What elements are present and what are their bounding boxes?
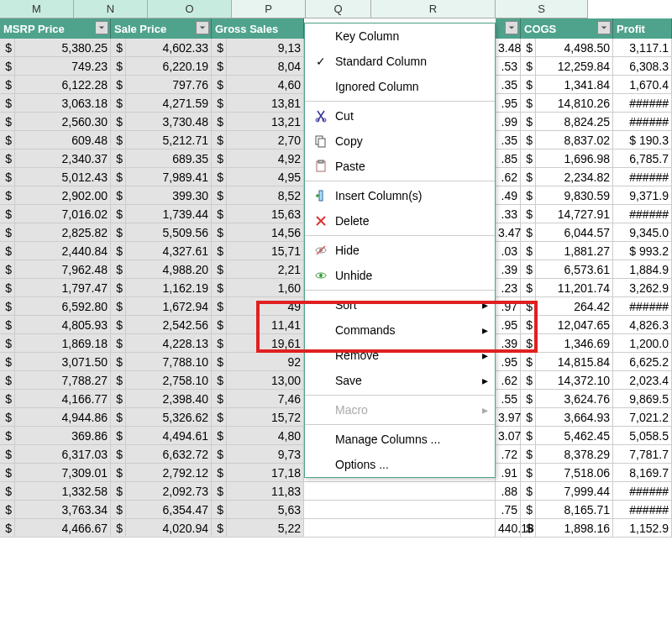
table-cell[interactable]: ###### <box>613 501 672 518</box>
table-cell[interactable]: 4,466.67 <box>15 519 111 537</box>
menu-hide[interactable]: Hide <box>305 238 495 263</box>
menu-delete[interactable]: Delete <box>305 208 495 233</box>
table-cell[interactable]: $ <box>212 519 227 537</box>
menu-unhide[interactable]: Unhide <box>305 263 495 288</box>
table-cell[interactable]: $ 190.3 <box>613 131 672 149</box>
header-gross[interactable]: Gross Sales <box>212 18 304 39</box>
table-cell[interactable]: 2,792.12 <box>126 464 212 481</box>
table-cell[interactable]: $ <box>212 260 227 278</box>
table-cell[interactable]: 4,95 <box>227 168 304 186</box>
table-cell[interactable]: 7,309.01 <box>15 464 111 481</box>
table-cell[interactable]: $ <box>212 353 227 370</box>
table-cell[interactable]: .53 <box>496 57 521 75</box>
table-cell[interactable]: $ <box>521 390 536 407</box>
filter-button[interactable] <box>505 21 518 34</box>
table-cell[interactable]: $ <box>0 464 15 481</box>
table-cell[interactable]: $ <box>212 57 227 75</box>
menu-remove[interactable]: Remove ▸ <box>305 343 495 368</box>
table-cell[interactable]: $ <box>521 482 536 500</box>
table-cell[interactable]: 14,56 <box>227 223 304 241</box>
table-cell[interactable]: $ <box>0 501 15 518</box>
table-cell[interactable]: $ <box>0 427 15 444</box>
menu-cut[interactable]: Cut <box>305 103 495 129</box>
col-letter-o[interactable]: O <box>148 0 232 18</box>
table-cell[interactable]: $ <box>0 186 15 204</box>
filter-button[interactable] <box>95 21 108 34</box>
table-cell[interactable]: .35 <box>496 76 521 93</box>
table-cell[interactable]: 9,73 <box>227 445 304 463</box>
table-cell[interactable]: 2,398.40 <box>126 390 212 407</box>
table-cell[interactable]: $ <box>111 519 126 537</box>
table-cell[interactable]: 5,012.43 <box>15 168 111 186</box>
table-cell[interactable]: 399.30 <box>126 186 212 204</box>
table-cell[interactable]: 2,340.37 <box>15 150 111 167</box>
table-cell[interactable]: $ <box>212 131 227 149</box>
table-cell[interactable]: 14,727.91 <box>536 205 613 223</box>
menu-key-column[interactable]: Key Column <box>305 24 495 49</box>
table-cell[interactable]: $ <box>111 242 126 260</box>
table-cell[interactable]: 3,117.1 <box>613 39 672 56</box>
table-cell[interactable]: 7,962.48 <box>15 260 111 278</box>
table-cell[interactable]: 2,234.82 <box>536 168 613 186</box>
table-cell[interactable]: 4,020.94 <box>126 519 212 537</box>
col-letter-r[interactable]: R <box>371 0 496 18</box>
table-cell[interactable]: 1,670.4 <box>613 76 672 93</box>
table-cell[interactable]: 4,805.93 <box>15 316 111 333</box>
table-cell[interactable]: $ <box>212 39 227 56</box>
table-cell[interactable]: $ <box>212 186 227 204</box>
menu-insert-column[interactable]: Insert Column(s) <box>305 183 495 208</box>
table-cell[interactable]: 1,152.9 <box>613 519 672 537</box>
table-cell[interactable]: 1,869.18 <box>15 334 111 352</box>
table-cell[interactable]: $ <box>212 223 227 241</box>
table-cell[interactable]: $ <box>111 57 126 75</box>
table-cell[interactable]: 1,797.47 <box>15 279 111 296</box>
table-cell[interactable]: .39 <box>496 334 521 352</box>
table-cell[interactable]: 1,346.69 <box>536 334 613 352</box>
table-cell[interactable]: 5,212.71 <box>126 131 212 149</box>
table-cell[interactable]: 2,70 <box>227 131 304 149</box>
table-cell[interactable]: 1,60 <box>227 279 304 296</box>
header-sale[interactable]: Sale Price <box>111 18 212 39</box>
table-cell[interactable]: $ <box>0 223 15 241</box>
table-cell[interactable]: 7,016.02 <box>15 205 111 223</box>
table-cell[interactable]: $ <box>111 150 126 167</box>
table-cell[interactable]: $ <box>0 371 15 389</box>
table-cell[interactable]: 797.76 <box>126 76 212 93</box>
table-cell[interactable]: 3.48 <box>496 39 521 56</box>
table-cell[interactable]: $ <box>0 57 15 75</box>
table-cell[interactable]: 1,341.84 <box>536 76 613 93</box>
table-cell[interactable]: ###### <box>613 113 672 130</box>
table-cell[interactable]: 49 <box>227 297 304 315</box>
table-cell[interactable]: 3,763.34 <box>15 501 111 518</box>
table-cell[interactable]: $ <box>111 445 126 463</box>
table-cell[interactable]: $ <box>212 334 227 352</box>
table-cell[interactable]: 8,837.02 <box>536 131 613 149</box>
table-cell[interactable]: $ <box>0 131 15 149</box>
table-cell[interactable]: ###### <box>613 205 672 223</box>
table-cell[interactable]: 1,739.44 <box>126 205 212 223</box>
table-cell[interactable]: 8,04 <box>227 57 304 75</box>
table-cell[interactable]: 6,354.47 <box>126 501 212 518</box>
table-cell[interactable]: $ <box>111 316 126 333</box>
table-cell[interactable]: $ <box>0 113 15 130</box>
table-cell[interactable]: 7,788.10 <box>126 353 212 370</box>
table-cell[interactable]: $ <box>212 445 227 463</box>
table-cell[interactable]: $ <box>521 242 536 260</box>
table-cell[interactable] <box>304 519 496 537</box>
table-cell[interactable]: $ <box>521 113 536 130</box>
table-cell[interactable]: .99 <box>496 113 521 130</box>
table-cell[interactable]: 11,41 <box>227 316 304 333</box>
table-cell[interactable]: 689.35 <box>126 150 212 167</box>
table-cell[interactable]: 9,13 <box>227 39 304 56</box>
table-cell[interactable]: $ <box>521 39 536 56</box>
table-cell[interactable]: 7,999.44 <box>536 482 613 500</box>
table-cell[interactable]: 15,63 <box>227 205 304 223</box>
table-cell[interactable]: $ <box>521 334 536 352</box>
table-cell[interactable]: $ <box>521 223 536 241</box>
table-cell[interactable]: $ <box>0 94 15 112</box>
table-cell[interactable]: 5,22 <box>227 519 304 537</box>
table-cell[interactable]: ###### <box>613 482 672 500</box>
table-cell[interactable]: 6,044.57 <box>536 223 613 241</box>
table-cell[interactable]: 4,60 <box>227 76 304 93</box>
col-letter-n[interactable]: N <box>74 0 148 18</box>
